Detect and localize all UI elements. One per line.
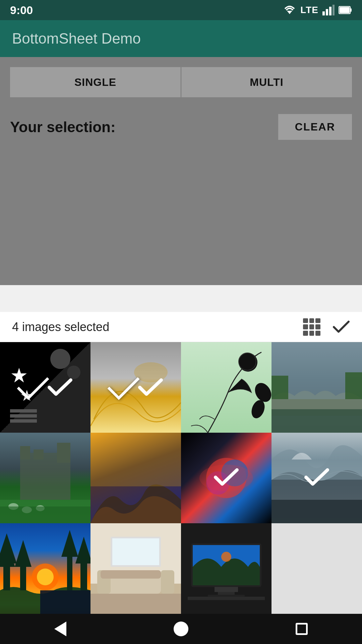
- svg-rect-39: [272, 500, 362, 523]
- svg-rect-24: [345, 372, 362, 399]
- checkmark-2: [108, 377, 164, 397]
- nav-home-button[interactable]: [171, 619, 191, 639]
- svg-rect-4: [333, 5, 335, 15]
- recent-icon: [296, 623, 308, 635]
- confirm-icon[interactable]: [333, 318, 350, 336]
- image-bg-5: [0, 433, 90, 523]
- nav-back-button[interactable]: [50, 619, 70, 639]
- checkmark-7: [213, 467, 240, 489]
- nav-bar: [0, 614, 362, 644]
- image-cell-4[interactable]: [272, 342, 362, 433]
- tab-row: SINGLE MULTI: [10, 67, 352, 97]
- status-icons: LTE: [283, 5, 352, 15]
- checkmark-8: [303, 467, 330, 489]
- selection-label: Your selection:: [10, 119, 116, 136]
- svg-rect-28: [34, 449, 44, 460]
- image-cell-1[interactable]: ★ ★: [0, 342, 90, 433]
- nav-recent-button[interactable]: [292, 619, 312, 639]
- status-time: 9:00: [10, 4, 33, 17]
- header-icons: [303, 318, 350, 336]
- main-content: SINGLE MULTI Your selection: CLEAR: [0, 57, 362, 285]
- bottom-sheet: 4 images selected: [0, 312, 362, 614]
- svg-rect-23: [272, 376, 288, 399]
- selection-row: Your selection: CLEAR: [10, 114, 352, 140]
- bottom-sheet-header: 4 images selected: [0, 312, 362, 342]
- svg-point-43: [37, 569, 54, 585]
- image-bg-11: [181, 523, 272, 614]
- svg-rect-64: [188, 597, 265, 600]
- image-cell-8[interactable]: [272, 433, 362, 523]
- svg-rect-51: [161, 570, 174, 594]
- svg-point-10: [50, 349, 70, 369]
- svg-rect-1: [322, 11, 325, 15]
- svg-rect-33: [0, 506, 90, 523]
- signal-icon: [322, 5, 335, 15]
- svg-rect-45: [67, 553, 72, 590]
- image-grid: ★ ★: [0, 342, 362, 614]
- svg-rect-7: [340, 7, 350, 13]
- images-selected-text: 4 images selected: [12, 320, 109, 334]
- image-cell-5[interactable]: [0, 433, 90, 523]
- svg-rect-62: [218, 592, 235, 595]
- image-cell-2[interactable]: [90, 342, 181, 433]
- checkmark-1: [17, 377, 73, 397]
- image-bg-6: [90, 433, 181, 523]
- status-bar: 9:00 LTE: [0, 0, 362, 20]
- svg-rect-34: [90, 433, 181, 486]
- svg-rect-55: [90, 594, 181, 614]
- svg-rect-61: [215, 587, 238, 592]
- svg-point-60: [221, 552, 231, 562]
- tab-multi[interactable]: MULTI: [181, 67, 352, 97]
- svg-rect-13: [10, 414, 37, 418]
- clear-button[interactable]: CLEAR: [278, 114, 352, 140]
- svg-rect-2: [326, 9, 328, 15]
- image-cell-6[interactable]: [90, 433, 181, 523]
- image-cell-10[interactable]: [90, 523, 181, 614]
- svg-rect-6: [350, 8, 352, 12]
- svg-rect-14: [10, 419, 37, 423]
- home-icon: [174, 622, 188, 636]
- svg-rect-59: [193, 567, 260, 585]
- svg-rect-27: [57, 443, 70, 463]
- svg-rect-12: [10, 409, 37, 413]
- svg-marker-0: [287, 11, 292, 14]
- image-bg-10: [90, 523, 181, 614]
- svg-rect-44: [40, 590, 90, 614]
- image-bg-9: [0, 523, 90, 614]
- image-cell-3[interactable]: [181, 342, 272, 433]
- lte-icon: LTE: [300, 5, 318, 15]
- image-bg-12: [272, 523, 362, 614]
- svg-rect-21: [272, 409, 362, 433]
- tab-single[interactable]: SINGLE: [10, 67, 181, 97]
- svg-point-11: [67, 366, 80, 379]
- svg-point-17: [239, 353, 256, 370]
- image-cell-12: [272, 523, 362, 614]
- battery-icon: [339, 6, 352, 14]
- svg-rect-54: [112, 538, 159, 565]
- image-bg-3: [181, 342, 272, 433]
- app-title: BottomSheet Demo: [12, 30, 141, 47]
- svg-rect-26: [20, 446, 30, 460]
- image-cell-7[interactable]: [181, 433, 272, 523]
- svg-rect-52: [101, 570, 161, 579]
- image-cell-9[interactable]: [0, 523, 90, 614]
- app-bar: BottomSheet Demo: [0, 20, 362, 57]
- grid-view-icon[interactable]: [303, 318, 320, 336]
- image-bg-4: [272, 342, 362, 433]
- svg-rect-46: [80, 560, 87, 590]
- svg-rect-41: [20, 564, 26, 590]
- wifi-icon: [283, 5, 296, 15]
- svg-rect-3: [329, 7, 331, 15]
- image-cell-11[interactable]: [181, 523, 272, 614]
- svg-rect-63: [208, 595, 245, 597]
- back-icon: [54, 622, 66, 636]
